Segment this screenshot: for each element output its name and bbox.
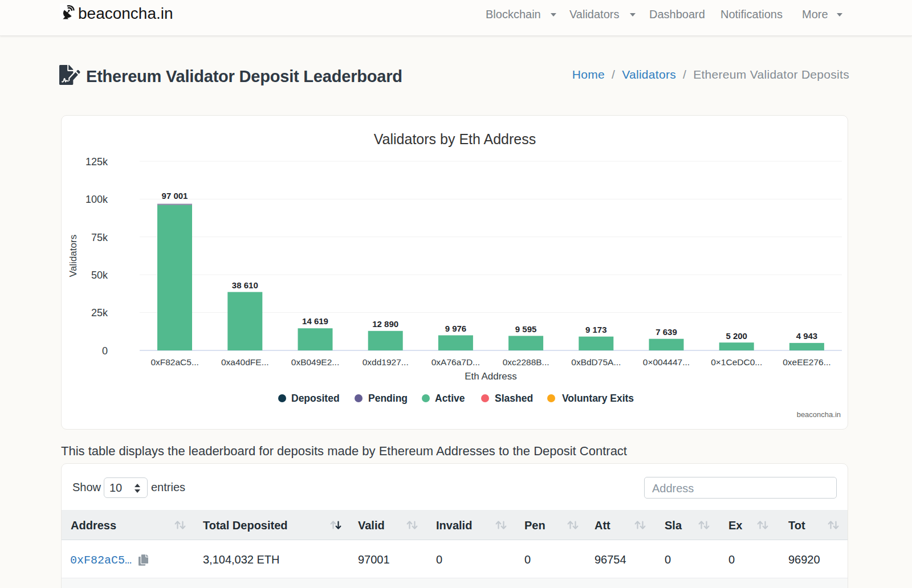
svg-text:0xBdD75A...: 0xBdD75A... xyxy=(571,357,621,367)
svg-text:38 610: 38 610 xyxy=(232,280,258,290)
svg-text:9 976: 9 976 xyxy=(445,324,467,333)
svg-text:14 619: 14 619 xyxy=(302,316,328,326)
svg-text:25k: 25k xyxy=(91,307,108,318)
svg-text:12 890: 12 890 xyxy=(372,319,398,329)
svg-text:beaconcha.in: beaconcha.in xyxy=(797,410,841,419)
svg-text:Voluntary Exits: Voluntary Exits xyxy=(562,393,634,404)
svg-text:Validators: Validators xyxy=(68,235,79,277)
svg-text:0xF82aC5...: 0xF82aC5... xyxy=(150,357,198,367)
svg-text:0xeEE276...: 0xeEE276... xyxy=(783,357,830,367)
svg-text:75k: 75k xyxy=(91,232,108,243)
svg-text:0xdd1927...: 0xdd1927... xyxy=(363,357,409,367)
svg-text:9 595: 9 595 xyxy=(515,324,537,334)
svg-text:4 943: 4 943 xyxy=(796,331,818,341)
svg-text:7 639: 7 639 xyxy=(656,327,677,337)
svg-text:Deposited: Deposited xyxy=(291,393,340,404)
svg-text:50k: 50k xyxy=(91,270,108,281)
svg-text:0xc2288B...: 0xc2288B... xyxy=(503,357,549,367)
svg-text:0×1CeDC0...: 0×1CeDC0... xyxy=(711,357,762,367)
svg-text:Eth Address: Eth Address xyxy=(465,371,517,382)
svg-text:0xB049E2...: 0xB049E2... xyxy=(291,357,339,367)
svg-text:Validators by Eth Address: Validators by Eth Address xyxy=(374,131,536,147)
svg-text:100k: 100k xyxy=(85,194,108,205)
svg-text:Slashed: Slashed xyxy=(495,393,533,404)
svg-text:5 200: 5 200 xyxy=(726,331,747,341)
svg-text:97 001: 97 001 xyxy=(162,191,188,201)
svg-text:0×004447...: 0×004447... xyxy=(643,357,690,367)
svg-text:125k: 125k xyxy=(85,156,108,168)
svg-text:0: 0 xyxy=(102,345,108,357)
svg-text:0xA76a7D...: 0xA76a7D... xyxy=(431,357,480,367)
svg-text:0xa40dFE...: 0xa40dFE... xyxy=(221,357,269,367)
svg-text:Active: Active xyxy=(435,393,465,404)
svg-text:9 173: 9 173 xyxy=(585,325,607,334)
svg-text:Pending: Pending xyxy=(368,393,408,404)
